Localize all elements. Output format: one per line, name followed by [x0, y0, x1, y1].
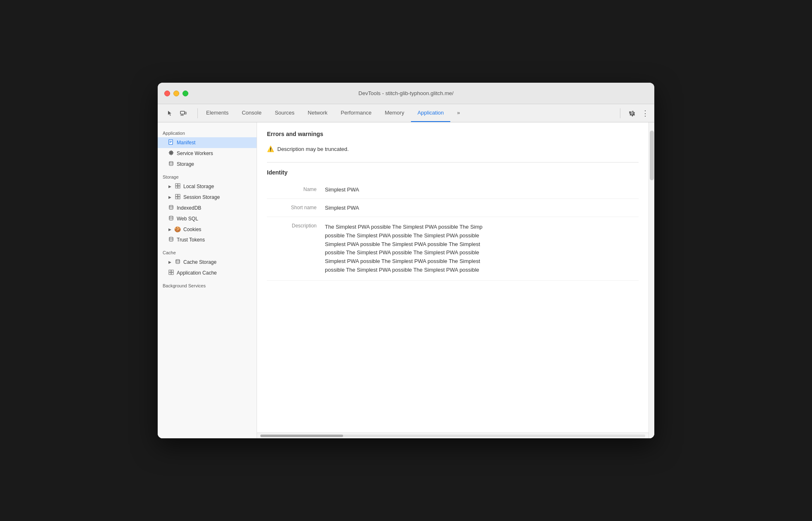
- sidebar-item-session-storage[interactable]: ▶ Session Storage: [158, 192, 257, 203]
- svg-point-17: [169, 206, 173, 207]
- toolbar-divider-1: [197, 108, 198, 118]
- bottom-scrollbar-thumb[interactable]: [260, 435, 343, 437]
- svg-point-8: [169, 162, 173, 163]
- sidebar-section-cache: Cache: [158, 245, 257, 257]
- tab-sources[interactable]: Sources: [268, 104, 301, 122]
- maximize-button[interactable]: [183, 91, 188, 96]
- traffic-lights: [164, 91, 188, 96]
- sidebar-item-manifest[interactable]: Manifest: [158, 137, 257, 148]
- cursor-icon-button[interactable]: [164, 108, 176, 119]
- warning-row: ⚠️ Description may be truncated.: [267, 142, 639, 155]
- sidebar-item-cache-storage[interactable]: ▶ Cache Storage: [158, 257, 257, 268]
- right-scrollbar-thumb[interactable]: [650, 131, 654, 180]
- tab-console[interactable]: Console: [235, 104, 268, 122]
- close-button[interactable]: [164, 91, 170, 96]
- sidebar-section-application: Application: [158, 126, 257, 137]
- right-scrollbar[interactable]: [649, 122, 654, 438]
- expand-arrow-local-storage: ▶: [168, 184, 172, 189]
- sidebar-item-service-workers-label: Service Workers: [177, 151, 213, 156]
- devtools-window: DevTools - stitch-glib-typhoon.glitch.me…: [158, 83, 654, 438]
- content-panel: Errors and warnings ⚠️ Description may b…: [257, 122, 649, 438]
- svg-rect-9: [175, 184, 178, 186]
- svg-rect-1: [185, 112, 186, 114]
- sidebar-item-application-cache[interactable]: Application Cache: [158, 268, 257, 278]
- expand-arrow-session-storage: ▶: [168, 195, 172, 199]
- sidebar-item-service-workers[interactable]: Service Workers: [158, 148, 257, 159]
- sidebar-item-local-storage[interactable]: ▶ Local Storage: [158, 181, 257, 192]
- tab-network[interactable]: Network: [301, 104, 334, 122]
- sidebar-item-manifest-label: Manifest: [177, 140, 195, 146]
- sidebar-item-storage-label: Storage: [177, 161, 194, 167]
- tab-memory[interactable]: Memory: [378, 104, 411, 122]
- device-icon-button[interactable]: [178, 108, 189, 119]
- gear-icon: [168, 150, 174, 157]
- field-label-short-name: Short name: [267, 199, 325, 217]
- table-row-short-name: Short name Simplest PWA: [267, 199, 639, 217]
- identity-table: Name Simplest PWA Short name Simplest PW…: [267, 181, 639, 281]
- sidebar-item-web-sql[interactable]: Web SQL: [158, 213, 257, 224]
- sidebar-item-cache-storage-label: Cache Storage: [183, 259, 216, 265]
- svg-rect-24: [171, 272, 173, 275]
- sidebar-item-application-cache-label: Application Cache: [177, 270, 217, 276]
- document-icon: [168, 139, 174, 146]
- toolbar-icons: [161, 108, 192, 119]
- svg-rect-23: [169, 272, 171, 275]
- svg-point-18: [169, 216, 173, 217]
- field-value-name: Simplest PWA: [325, 181, 639, 199]
- identity-section-title: Identity: [267, 169, 639, 176]
- sidebar-item-trust-tokens[interactable]: Trust Tokens: [158, 234, 257, 245]
- svg-rect-12: [178, 186, 180, 188]
- sidebar-item-storage-main[interactable]: Storage: [158, 159, 257, 170]
- grid-icon-application-cache: [168, 270, 174, 276]
- warning-icon: ⚠️: [267, 146, 274, 152]
- toolbar-right: ⋮: [626, 108, 651, 119]
- field-label-name: Name: [267, 181, 325, 199]
- sidebar-item-web-sql-label: Web SQL: [177, 216, 198, 222]
- sidebar-item-indexeddb[interactable]: IndexedDB: [158, 203, 257, 213]
- field-label-description: Description: [267, 217, 325, 281]
- field-value-description: The Simplest PWA possible The Simplest P…: [325, 217, 639, 281]
- svg-rect-0: [180, 111, 185, 114]
- titlebar: DevTools - stitch-glib-typhoon.glitch.me…: [158, 83, 654, 104]
- svg-rect-22: [171, 270, 173, 272]
- grid-icon-session-storage: [174, 194, 181, 201]
- bottom-scrollbar-bar: [257, 433, 649, 438]
- database-icon-trust-tokens: [168, 237, 174, 243]
- svg-rect-15: [175, 197, 178, 199]
- sidebar-section-background: Background Services: [158, 278, 257, 290]
- bottom-scrollbar-track[interactable]: [260, 435, 645, 437]
- svg-rect-11: [175, 186, 178, 188]
- svg-rect-16: [178, 197, 180, 199]
- table-row-description: Description The Simplest PWA possible Th…: [267, 217, 639, 281]
- expand-arrow-cookies: ▶: [168, 227, 172, 232]
- tab-elements[interactable]: Elements: [199, 104, 235, 122]
- sidebar-item-session-storage-label: Session Storage: [183, 194, 220, 200]
- minimize-button[interactable]: [173, 91, 179, 96]
- database-icon-cache-storage: [174, 259, 181, 265]
- grid-icon-local-storage: [174, 183, 181, 190]
- table-row-name: Name Simplest PWA: [267, 181, 639, 199]
- field-value-short-name: Simplest PWA: [325, 199, 639, 217]
- database-icon-web-sql: [168, 215, 174, 222]
- expand-arrow-cache-storage: ▶: [168, 260, 172, 264]
- content-scroll-area[interactable]: Errors and warnings ⚠️ Description may b…: [257, 122, 649, 433]
- errors-section-title: Errors and warnings: [267, 131, 639, 137]
- more-options-button[interactable]: ⋮: [639, 108, 651, 119]
- settings-button[interactable]: [626, 108, 638, 119]
- section-divider-1: [267, 162, 639, 163]
- svg-rect-13: [175, 194, 178, 196]
- tab-more[interactable]: »: [450, 104, 466, 122]
- sidebar-item-cookies-label: Cookies: [183, 227, 201, 232]
- window-title: DevTools - stitch-glib-typhoon.glitch.me…: [358, 90, 454, 96]
- sidebar-section-storage: Storage: [158, 170, 257, 181]
- svg-point-20: [176, 260, 180, 261]
- cookie-icon: 🍪: [174, 226, 181, 232]
- tab-application[interactable]: Application: [411, 104, 451, 122]
- sidebar-item-cookies[interactable]: ▶ 🍪 Cookies: [158, 224, 257, 234]
- sidebar: Application Manifest: [158, 122, 257, 438]
- toolbar-separator: [620, 108, 620, 118]
- database-icon: [168, 161, 174, 167]
- svg-rect-14: [178, 194, 180, 196]
- tab-performance[interactable]: Performance: [334, 104, 378, 122]
- tab-strip: Elements Console Sources Network Perform…: [199, 104, 617, 122]
